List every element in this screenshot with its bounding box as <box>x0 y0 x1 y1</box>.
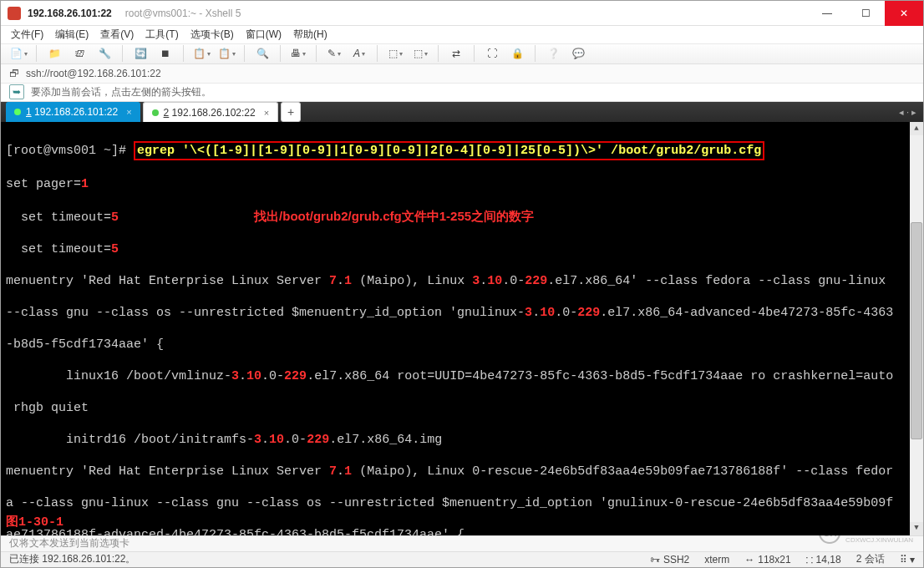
minimize-button[interactable]: — <box>808 1 846 26</box>
watermark-logo-icon: CX <box>819 522 840 544</box>
reconnect-button[interactable]: 🔄 <box>131 44 150 63</box>
font-button[interactable]: A <box>350 44 368 63</box>
status-sessions: 2 会话 <box>856 552 885 566</box>
new-session-button[interactable]: 📄 <box>9 44 28 63</box>
annotation-text: 找出/boot/grub2/grub.cfg文件中1-255之间的数字 <box>254 209 534 223</box>
search-button[interactable]: 🔍 <box>253 44 272 63</box>
help-button[interactable]: ❔ <box>544 44 562 63</box>
tab-session-1[interactable]: 1 192.168.26.101:22 × <box>6 102 140 122</box>
status-ssh: 🗝 SSH2 <box>650 554 689 565</box>
tab-session-2[interactable]: 2 192.168.26.102:22 × <box>143 102 279 122</box>
window-title-secondary: root@vms001:~ - Xshell 5 <box>125 8 241 19</box>
add-session-arrow-icon[interactable]: ➥ <box>9 84 24 99</box>
disconnect-button[interactable]: ⏹ <box>156 44 175 63</box>
send-bar-hint: 仅将文本发送到当前选项卡 <box>9 536 129 550</box>
lock-button[interactable]: 🔒 <box>508 44 526 63</box>
encoding-button[interactable]: ⬚ <box>386 44 404 63</box>
save-button[interactable]: 🖅 <box>70 44 89 63</box>
menu-view[interactable]: 查看(V) <box>100 28 134 42</box>
tab-close-icon[interactable]: × <box>264 108 269 118</box>
menu-tools[interactable]: 工具(T) <box>145 28 178 42</box>
chat-button[interactable]: 💬 <box>569 44 587 63</box>
scroll-thumb[interactable] <box>911 222 922 439</box>
status-connected: 已连接 192.168.26.101:22。 <box>9 552 135 566</box>
tab-close-icon[interactable]: × <box>126 107 131 117</box>
new-tab-button[interactable]: + <box>281 102 301 122</box>
tab-nav-arrows[interactable]: ◂ · ▸ <box>899 107 916 118</box>
paste-button[interactable]: 📋 <box>217 44 236 63</box>
terminal-scrollbar[interactable]: ▲ ▼ <box>910 122 923 535</box>
print-button[interactable]: 🖶 <box>289 44 307 63</box>
status-dot-icon <box>14 109 21 115</box>
send-bar[interactable]: 仅将文本发送到当前选项卡 <box>1 535 923 551</box>
menu-edit[interactable]: 编辑(E) <box>55 28 89 42</box>
close-button[interactable]: ✕ <box>885 1 923 26</box>
session-tabs: 1 192.168.26.101:22 × 2 192.168.26.102:2… <box>1 102 923 122</box>
address-url[interactable]: ssh://root@192.168.26.101:22 <box>26 68 161 79</box>
title-bar: 192.168.26.101:22 root@vms001:~ - Xshell… <box>1 1 923 26</box>
script-button[interactable]: ⬚ <box>411 44 429 63</box>
menu-window[interactable]: 窗口(W) <box>246 28 282 42</box>
menu-file[interactable]: 文件(F) <box>11 28 43 42</box>
highlight-button[interactable]: ✎ <box>325 44 343 63</box>
menu-tab[interactable]: 选项卡(B) <box>190 28 234 42</box>
info-hint: 要添加当前会话，点击左侧的箭头按钮。 <box>31 85 211 99</box>
watermark: CX 创新互联 CDXWCJ.XINWULIAN <box>819 521 913 544</box>
transfer-button[interactable]: ⇄ <box>447 44 465 63</box>
fullscreen-button[interactable]: ⛶ <box>483 44 501 63</box>
app-icon <box>8 7 21 20</box>
toolbar: 📄 📁 🖅 🔧 🔄 ⏹ 📋 📋 🔍 🖶 ✎ A ⬚ ⬚ ⇄ ⛶ 🔒 ❔ 💬 <box>1 43 923 65</box>
scroll-up-icon[interactable]: ▲ <box>910 122 923 135</box>
status-dot-icon <box>152 109 159 116</box>
menu-help[interactable]: 帮助(H) <box>293 28 327 42</box>
address-bar: 🗗 ssh://root@192.168.26.101:22 <box>1 64 923 83</box>
status-cursor: ⸬ 14,18 <box>806 554 841 565</box>
info-bar: ➥ 要添加当前会话，点击左侧的箭头按钮。 <box>1 84 923 102</box>
window-title-primary: 192.168.26.101:22 <box>28 8 112 19</box>
status-term: xterm <box>704 554 729 565</box>
address-icon: 🗗 <box>9 68 21 79</box>
settings-button[interactable]: 🔧 <box>95 44 114 63</box>
copy-button[interactable]: 📋 <box>192 44 211 63</box>
open-button[interactable]: 📁 <box>45 44 63 63</box>
figure-label: 图1-30-1 <box>6 515 63 530</box>
status-size: ↔ 118x21 <box>744 554 790 565</box>
status-bar: 已连接 192.168.26.101:22。 🗝 SSH2 xterm ↔ 11… <box>1 551 923 567</box>
menu-bar: 文件(F) 编辑(E) 查看(V) 工具(T) 选项卡(B) 窗口(W) 帮助(… <box>1 26 923 43</box>
terminal-output[interactable]: [root@vms001 ~]# egrep '\<([1-9]|[1-9][0… <box>1 122 923 535</box>
maximize-button[interactable]: ☐ <box>846 1 885 26</box>
status-extra[interactable]: ⠿ ▾ <box>900 554 915 565</box>
